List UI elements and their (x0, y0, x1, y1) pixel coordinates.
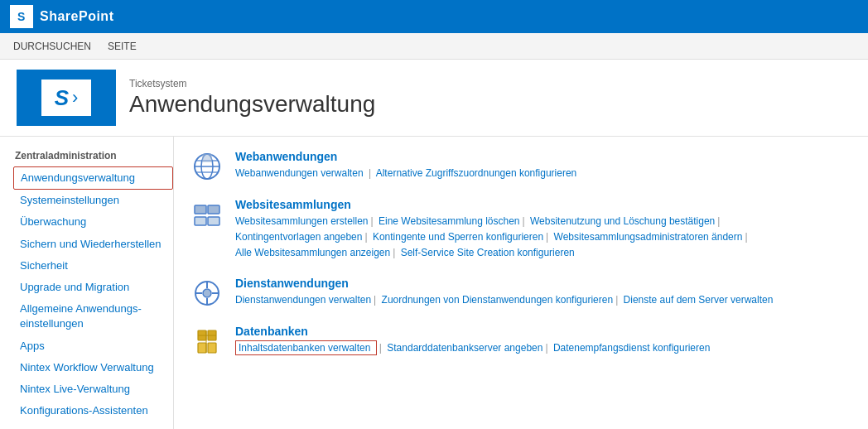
webanwendungen-title[interactable]: Webanwendungen (235, 150, 851, 163)
link-alle-wss[interactable]: Alle Websitesammlungen anzeigen (235, 247, 390, 258)
sharepoint-logo: S SharePoint (10, 5, 113, 28)
section-websitesammlungen: Websitesammlungen Websitesammlungen erst… (190, 198, 851, 262)
header-area: S › Ticketsystem Anwendungsverwaltung (0, 60, 868, 137)
sidebar-item-nintex-live[interactable]: Nintex Live-Verwaltung (13, 378, 173, 400)
link-wss-nutzung[interactable]: Websitenutzung und Löschung bestätigen (530, 215, 715, 227)
service-icon (190, 277, 224, 310)
websitesammlungen-title[interactable]: Websitesammlungen (235, 198, 851, 211)
sidebar-item-ueberwachung[interactable]: Überwachung (13, 211, 173, 233)
svg-rect-5 (202, 154, 212, 162)
sp-icon: S (10, 5, 33, 28)
link-webanwendungen-verwalten[interactable]: Webanwendungen verwalten (235, 167, 364, 179)
nav-seite[interactable]: SEITE (108, 39, 137, 54)
section-websitesammlungen-body: Websitesammlungen Websitesammlungen erst… (235, 198, 851, 262)
link-wss-admins[interactable]: Websitesammlungsadministratoren ändern (554, 231, 743, 243)
brand-name: SharePoint (40, 9, 113, 24)
db-icon (190, 325, 224, 358)
highlight-inhaltsdatenbanken: Inhaltsdatenbanken verwalten (235, 340, 377, 355)
link-selfservice[interactable]: Self-Service Site Creation konfigurieren (401, 247, 575, 258)
sidebar-item-upgrade[interactable]: Upgrade und Migration (13, 277, 173, 298)
link-dienst-verwalten[interactable]: Dienstanwendungen verwalten (235, 294, 371, 306)
websitesammlungen-links: Websitesammlungen erstellen| Eine Websit… (235, 214, 851, 262)
link-inhaltsdatenbanken[interactable]: Inhaltsdatenbanken verwalten (239, 342, 370, 354)
header-arrow: › (72, 87, 78, 108)
section-webanwendungen-body: Webanwendungen Webanwendungen verwalten … (235, 150, 851, 181)
sidebar-item-apps[interactable]: Apps (13, 335, 173, 357)
link-wss-erstellen[interactable]: Websitesammlungen erstellen (235, 215, 369, 227)
web-icon (190, 150, 224, 183)
nav-durchsuchen[interactable]: DURCHSUCHEN (13, 39, 91, 54)
svg-rect-6 (195, 205, 206, 214)
sidebar-item-anwendungsverwaltung[interactable]: Anwendungsverwaltung (13, 166, 173, 190)
header-logo: S › (17, 70, 116, 126)
sites-icon (190, 198, 224, 231)
svg-rect-8 (195, 217, 206, 225)
sidebar-item-sichern[interactable]: Sichern und Wiederherstellen (13, 234, 173, 255)
link-alternative-zugriff[interactable]: Alternative Zugriffszuordnungen konfigur… (376, 167, 577, 179)
svg-rect-7 (208, 205, 219, 214)
sep: | (369, 167, 371, 179)
link-kontingente-sperren[interactable]: Kontingente und Sperren konfigurieren (373, 231, 543, 243)
sidebar: Zentraladministration Anwendungsverwaltu… (0, 137, 174, 429)
svg-rect-18 (198, 343, 206, 353)
link-dienst-zuordnungen[interactable]: Zuordnungen von Dienstanwendungen konfig… (382, 294, 614, 306)
dienstanwendungen-title[interactable]: Dienstanwendungen (235, 277, 851, 290)
webanwendungen-links: Webanwendungen verwalten | Alternative Z… (235, 166, 851, 181)
top-section: S › Ticketsystem Anwendungsverwaltung Ze… (0, 60, 868, 429)
sidebar-section-title: Zentraladministration (13, 150, 173, 161)
header-title: Anwendungsverwaltung (129, 91, 375, 118)
s-icon: S (55, 85, 69, 111)
top-bar: S SharePoint (0, 0, 868, 33)
link-kontingentvorlagen[interactable]: Kontingentvorlagen angeben (235, 231, 362, 243)
main-content: Webanwendungen Webanwendungen verwalten … (174, 137, 868, 429)
sidebar-item-nintex-workflow[interactable]: Nintex Workflow Verwaltung (13, 357, 173, 378)
section-datenbanken-body: Datenbanken Inhaltsdatenbanken verwalten… (235, 325, 851, 356)
nav-bar: DURCHSUCHEN SEITE (0, 33, 868, 60)
svg-point-11 (203, 289, 211, 297)
section-dienstanwendungen-body: Dienstanwendungen Dienstanwendungen verw… (235, 277, 851, 308)
header-text: Ticketsystem Anwendungsverwaltung (129, 78, 375, 118)
section-dienstanwendungen: Dienstanwendungen Dienstanwendungen verw… (190, 277, 851, 310)
sidebar-item-allgemeine[interactable]: Allgemeine Anwendungs­einstellungen (13, 298, 173, 335)
datenbanken-links: Inhaltsdatenbanken verwalten | Standardd… (235, 340, 851, 356)
sidebar-item-systemeinstellungen[interactable]: Systemeinstellungen (13, 190, 173, 211)
sidebar-item-sicherheit[interactable]: Sicherheit (13, 255, 173, 277)
svg-rect-19 (208, 343, 216, 353)
header-subtitle: Ticketsystem (129, 78, 375, 89)
dienstanwendungen-links: Dienstanwendungen verwalten| Zuordnungen… (235, 292, 851, 308)
section-webanwendungen: Webanwendungen Webanwendungen verwalten … (190, 150, 851, 183)
sidebar-item-konfigurations[interactable]: Konfigurations-Assistenten (13, 400, 173, 422)
link-standarddatenbankserver[interactable]: Standarddatenbankserver angeben (387, 342, 542, 354)
content-area: Zentraladministration Anwendungsverwaltu… (0, 137, 868, 429)
link-datenempfangsdienst[interactable]: Datenempfangsdienst konfigurieren (553, 342, 710, 354)
header-logo-inner: S › (41, 80, 91, 116)
link-wss-loeschen[interactable]: Eine Websitesammlung löschen (379, 215, 520, 227)
svg-rect-9 (208, 217, 219, 225)
section-datenbanken: Datenbanken Inhaltsdatenbanken verwalten… (190, 325, 851, 358)
link-dienste-server[interactable]: Dienste auf dem Server verwalten (624, 294, 774, 306)
datenbanken-title[interactable]: Datenbanken (235, 325, 851, 338)
